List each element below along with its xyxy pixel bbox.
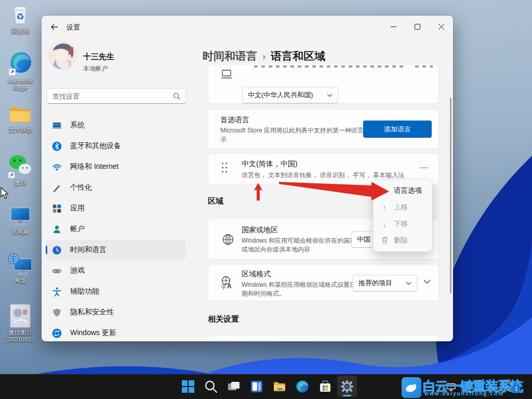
desktop-icon-image-file[interactable]: 微信图片_2021091... — [1, 303, 40, 343]
regional-format-card: A 字 区域格式 Windows 和某些应用根据区域格式设置日期和时间格式。 推… — [208, 264, 439, 301]
desktop-icon-label: 回收站 — [1, 28, 40, 35]
preferred-languages-card: 首选语言 Microsoft Store 应用将以此列表中支持的第一种语言显示 … — [208, 109, 439, 149]
chevron-down-icon — [406, 282, 411, 285]
edge-taskbar-icon[interactable] — [296, 380, 309, 393]
desktop-icon-wechat[interactable]: 微信 — [1, 153, 40, 187]
sidebar-item-personalization[interactable]: 个性化 — [46, 178, 186, 197]
menu-item-delete[interactable]: 删除 — [374, 232, 432, 249]
country-region-title: 国家或地区 — [242, 225, 278, 235]
display-language-card: 中文(中华人民共和国) — [208, 65, 439, 104]
settings-taskbar-icon[interactable] — [340, 380, 354, 393]
sidebar-item-time-language[interactable]: 时间和语言 — [46, 240, 186, 260]
maximize-button[interactable] — [405, 16, 429, 37]
scrollbar[interactable] — [450, 98, 451, 294]
expand-chevron-icon[interactable] — [423, 280, 431, 284]
folder-icon — [8, 104, 33, 126]
window-title: 设置 — [66, 23, 80, 32]
desktop-icon-recycle-bin[interactable]: ♻ 回收站 — [1, 3, 40, 35]
user-account-type: 本地帐户 — [83, 64, 108, 73]
apps-icon — [52, 204, 62, 214]
add-language-button[interactable]: 添加语言 — [363, 121, 432, 138]
settings-active-indicator — [343, 395, 351, 396]
country-region-value: 中国 — [357, 235, 370, 244]
account-icon — [52, 224, 62, 234]
user-avatar[interactable] — [48, 41, 78, 71]
regional-format-description: Windows 和某些应用根据区域格式设置日期和时间格式。 — [242, 281, 360, 298]
desktop-icon-label: 微信 — [1, 180, 40, 187]
close-icon — [438, 24, 444, 30]
language-options-icon: ··· — [380, 187, 389, 195]
regional-format-title: 区域格式 — [242, 270, 271, 279]
maximize-icon — [415, 24, 420, 30]
network-icon — [7, 252, 34, 276]
sidebar-item-gaming[interactable]: 游戏 — [46, 261, 186, 281]
image-thumbnail-icon — [9, 303, 31, 328]
desktop-icon-label: Microsoft Edge — [1, 78, 40, 91]
menu-item-move-down[interactable]: ↓ 下移 — [374, 216, 432, 232]
desktop-icon-network[interactable]: 网络 — [1, 252, 40, 284]
sidebar-item-network[interactable]: 网络和 Internet — [46, 157, 186, 177]
display-icon — [221, 70, 232, 79]
edge-icon — [8, 50, 33, 77]
clipped-row-remnant — [415, 65, 433, 68]
desktop-icon-edge[interactable]: Microsoft Edge — [1, 50, 40, 91]
regional-format-icon: A 字 — [221, 276, 234, 289]
sidebar-item-windows-update[interactable]: Windows 更新 — [46, 323, 186, 341]
task-view-icon[interactable] — [227, 380, 241, 393]
desktop-icon-this-pc[interactable]: 此电脑 — [1, 205, 40, 235]
sidebar-item-apps[interactable]: 应用 — [46, 198, 186, 218]
settings-window: 设置 十三先生 本地帐户 — [42, 16, 453, 341]
svg-text:A: A — [227, 283, 232, 289]
menu-item-move-up[interactable]: ↑ 上移 — [374, 199, 432, 216]
clipped-row-remnant — [254, 65, 405, 68]
start-button[interactable] — [181, 380, 195, 393]
desktop-icon-label: 此电脑 — [1, 229, 40, 235]
sidebar-item-system[interactable]: 系统 — [46, 115, 186, 135]
language-item-title: 中文(简体，中国) — [242, 159, 297, 169]
desktop-icon-label: 网络 — [1, 277, 40, 284]
mouse-cursor — [1, 187, 10, 200]
sidebar-item-bluetooth[interactable]: 蓝牙和其他设备 — [46, 136, 186, 156]
desktop-icon-folder[interactable]: 文件存放 — [1, 104, 40, 134]
minimize-button[interactable] — [381, 16, 405, 37]
menu-item-language-options[interactable]: ··· 语言选项 — [374, 182, 432, 199]
microsoft-store-icon[interactable] — [318, 380, 332, 393]
page-title: 语言和区域 — [271, 50, 325, 62]
update-icon — [52, 328, 62, 338]
search-box — [47, 88, 186, 104]
taskbar-search-icon[interactable] — [204, 380, 218, 393]
sidebar-item-accounts[interactable]: 帐户 — [46, 219, 186, 239]
search-input[interactable] — [52, 89, 167, 103]
chevron-down-icon — [327, 94, 332, 97]
back-button[interactable] — [46, 19, 62, 35]
arrow-up-icon: ↑ — [380, 203, 389, 212]
display-language-dropdown[interactable]: 中文(中华人民共和国) — [242, 87, 338, 103]
region-section-title: 区域 — [208, 196, 223, 206]
bluetooth-icon — [52, 141, 62, 151]
sidebar-item-accessibility[interactable]: 辅助功能 — [46, 282, 186, 301]
more-options-button[interactable]: … — [419, 160, 429, 171]
sidebar-item-privacy[interactable]: 隐私和安全性 — [46, 302, 186, 322]
country-region-description: Windows 和应用可能会根据你所在的国家或地区向你提供本地内容 — [242, 236, 360, 254]
globe-icon — [222, 233, 234, 246]
close-button[interactable] — [429, 16, 453, 37]
shield-icon — [52, 308, 62, 317]
trash-icon — [380, 236, 389, 245]
watermark-bird-icon — [405, 381, 418, 394]
user-name: 十三先生 — [83, 52, 114, 62]
related-settings-card — [208, 335, 439, 341]
file-explorer-icon[interactable] — [273, 380, 286, 393]
accessibility-icon — [52, 287, 62, 297]
desktop-icon-label: 微信图片_2021091... — [1, 329, 40, 343]
notification-badge[interactable]: 1 — [512, 384, 521, 393]
brush-icon — [52, 183, 62, 193]
regional-format-dropdown[interactable]: 推荐的项目 — [353, 275, 417, 291]
widgets-icon[interactable] — [250, 380, 263, 393]
watermark-logo — [402, 377, 421, 398]
breadcrumb-parent[interactable]: 时间和语言 — [203, 50, 257, 62]
selected-indicator — [46, 246, 47, 254]
drag-handle-icon[interactable] — [222, 163, 228, 176]
language-context-menu: ··· 语言选项 ↑ 上移 ↓ 下移 删除 — [373, 179, 432, 252]
wifi-icon — [52, 162, 62, 172]
watermark-url: www.baiyunxitong.com — [424, 391, 504, 396]
